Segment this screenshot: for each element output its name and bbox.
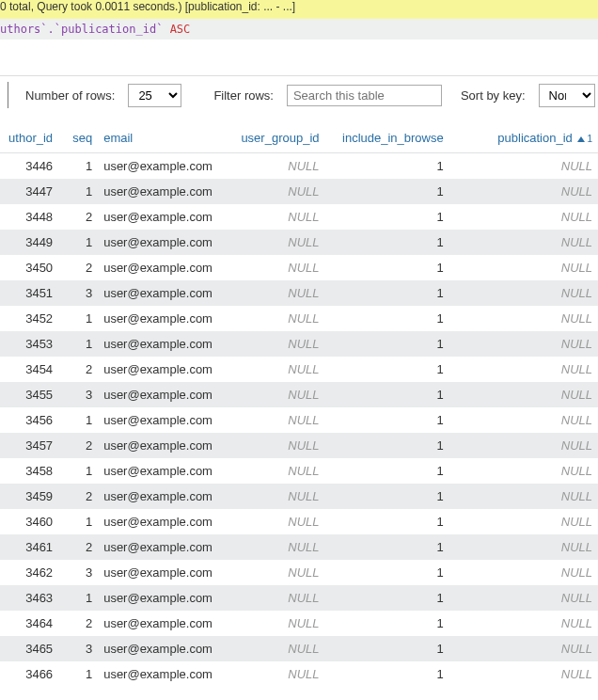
cell-author_id: 3451	[0, 280, 58, 306]
table-controls: Number of rows: 25 Filter rows: Sort by …	[0, 75, 598, 123]
cell-publication_id: NULL	[449, 458, 598, 484]
cell-publication_id: NULL	[449, 407, 598, 433]
table-row[interactable]: 34513user@example.comNULL1NULL	[0, 280, 598, 306]
cell-author_id: 3448	[0, 204, 58, 230]
cell-email: user@example.com	[98, 382, 226, 407]
cell-seq: 2	[58, 433, 98, 458]
column-header[interactable]: uthor_id	[0, 123, 58, 153]
column-header[interactable]: include_in_browse	[325, 123, 449, 153]
cell-include_in_browse: 1	[325, 382, 449, 407]
cell-author_id: 3459	[0, 484, 58, 509]
table-row[interactable]: 34653user@example.comNULL1NULL	[0, 636, 598, 661]
table-row[interactable]: 34491user@example.comNULL1NULL	[0, 230, 598, 255]
table-row[interactable]: 34461user@example.comNULL1NULL	[0, 153, 598, 180]
cell-email: user@example.com	[98, 611, 226, 636]
cell-publication_id: NULL	[449, 179, 598, 204]
cell-seq: 3	[58, 382, 98, 407]
cell-seq: 1	[58, 331, 98, 357]
cell-user_group_id: NULL	[226, 484, 324, 509]
cell-user_group_id: NULL	[226, 230, 324, 255]
sort-asc-icon	[577, 136, 585, 142]
table-row[interactable]: 34542user@example.comNULL1NULL	[0, 357, 598, 382]
column-header[interactable]: email	[98, 123, 226, 153]
cell-publication_id: NULL	[449, 280, 598, 306]
cell-publication_id: NULL	[449, 636, 598, 661]
table-body: 34461user@example.comNULL1NULL34471user@…	[0, 153, 598, 688]
table-row[interactable]: 34623user@example.comNULL1NULL	[0, 560, 598, 585]
cell-user_group_id: NULL	[226, 509, 324, 534]
cell-seq: 1	[58, 585, 98, 611]
table-row[interactable]: 34642user@example.comNULL1NULL	[0, 611, 598, 636]
column-header[interactable]: user_group_id	[226, 123, 324, 153]
cell-seq: 2	[58, 484, 98, 509]
cell-publication_id: NULL	[449, 331, 598, 357]
cell-email: user@example.com	[98, 331, 226, 357]
cell-publication_id: NULL	[449, 255, 598, 280]
table-row[interactable]: 34471user@example.comNULL1NULL	[0, 179, 598, 204]
cell-author_id: 3452	[0, 306, 58, 331]
table-row[interactable]: 34502user@example.comNULL1NULL	[0, 255, 598, 280]
column-header[interactable]: seq	[58, 123, 98, 153]
rows-label: Number of rows:	[25, 88, 115, 103]
cell-include_in_browse: 1	[325, 280, 449, 306]
cell-author_id: 3464	[0, 611, 58, 636]
cell-include_in_browse: 1	[325, 230, 449, 255]
table-row[interactable]: 34601user@example.comNULL1NULL	[0, 509, 598, 534]
cell-user_group_id: NULL	[226, 560, 324, 585]
cell-email: user@example.com	[98, 484, 226, 509]
cell-author_id: 3462	[0, 560, 58, 585]
table-row[interactable]: 34631user@example.comNULL1NULL	[0, 585, 598, 611]
table-row[interactable]: 34521user@example.comNULL1NULL	[0, 306, 598, 331]
table-row[interactable]: 34661user@example.comNULL1NULL	[0, 661, 598, 687]
cell-seq: 1	[58, 509, 98, 534]
cell-user_group_id: NULL	[226, 357, 324, 382]
cell-seq: 2	[58, 611, 98, 636]
cell-publication_id: NULL	[449, 433, 598, 458]
filter-label: Filter rows:	[213, 88, 274, 103]
cell-user_group_id: NULL	[226, 331, 324, 357]
sort-order-badge: 1	[587, 134, 592, 144]
cell-publication_id: NULL	[449, 534, 598, 560]
cell-seq: 1	[58, 179, 98, 204]
table-row[interactable]: 34581user@example.comNULL1NULL	[0, 458, 598, 484]
cell-user_group_id: NULL	[226, 636, 324, 661]
cell-publication_id: NULL	[449, 153, 598, 180]
cell-seq: 1	[58, 230, 98, 255]
cell-email: user@example.com	[98, 560, 226, 585]
table-row[interactable]: 34572user@example.comNULL1NULL	[0, 433, 598, 458]
table-row[interactable]: 34612user@example.comNULL1NULL	[0, 534, 598, 560]
table-row[interactable]: 34531user@example.comNULL1NULL	[0, 331, 598, 357]
cell-author_id: 3455	[0, 382, 58, 407]
cell-include_in_browse: 1	[325, 179, 449, 204]
cell-email: user@example.com	[98, 636, 226, 661]
rows-select[interactable]: 25	[128, 84, 181, 107]
cell-publication_id: NULL	[449, 611, 598, 636]
cell-publication_id: NULL	[449, 357, 598, 382]
cell-author_id: 3457	[0, 433, 58, 458]
cell-email: user@example.com	[98, 306, 226, 331]
cell-email: user@example.com	[98, 509, 226, 534]
sort-select[interactable]: None	[539, 84, 595, 107]
cell-user_group_id: NULL	[226, 204, 324, 230]
cell-seq: 2	[58, 357, 98, 382]
cell-include_in_browse: 1	[325, 433, 449, 458]
cell-include_in_browse: 1	[325, 560, 449, 585]
column-header[interactable]: publication_id 1	[449, 123, 598, 153]
cell-email: user@example.com	[98, 179, 226, 204]
cell-include_in_browse: 1	[325, 306, 449, 331]
table-row[interactable]: 34482user@example.comNULL1NULL	[0, 204, 598, 230]
table-row[interactable]: 34592user@example.comNULL1NULL	[0, 484, 598, 509]
table-row[interactable]: 34553user@example.comNULL1NULL	[0, 382, 598, 407]
table-row[interactable]: 34561user@example.comNULL1NULL	[0, 407, 598, 433]
filter-input[interactable]	[287, 85, 442, 106]
cell-user_group_id: NULL	[226, 255, 324, 280]
cell-email: user@example.com	[98, 280, 226, 306]
cell-author_id: 3461	[0, 534, 58, 560]
cell-publication_id: NULL	[449, 560, 598, 585]
cell-include_in_browse: 1	[325, 661, 449, 687]
banner-text: 0 total, Query took 0.0011 seconds.) [pu…	[0, 0, 295, 13]
cell-email: user@example.com	[98, 204, 226, 230]
cell-publication_id: NULL	[449, 661, 598, 687]
cell-email: user@example.com	[98, 458, 226, 484]
cell-include_in_browse: 1	[325, 255, 449, 280]
